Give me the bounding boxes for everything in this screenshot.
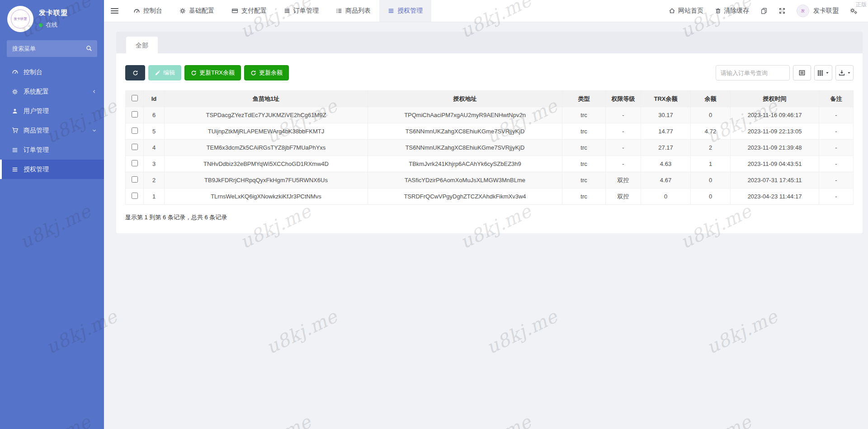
copy-page-button[interactable]: [755, 0, 773, 22]
corner-watermark: 正版: [856, 1, 867, 9]
cell-perm-level: -: [606, 140, 641, 156]
detail-icon: [799, 70, 805, 76]
topbar-right: 网站首页 清除缓存 发 发卡联盟: [663, 0, 868, 22]
cell-id: 3: [144, 156, 165, 172]
sidebar-item-label: 用户管理: [24, 107, 49, 115]
cell-perm-level: -: [606, 156, 641, 172]
col-perm-level: 权限等级: [606, 91, 641, 107]
sidebar-item[interactable]: 用户管理: [0, 101, 104, 121]
search-icon[interactable]: [86, 45, 92, 52]
select-all-checkbox[interactable]: [132, 95, 138, 101]
card-icon: [231, 8, 238, 14]
row-select-cell: [126, 172, 144, 189]
table-header-row: Id 鱼苗地1址 授权地址 类型 权限等级 TRX余额 余额 授权时间 备注: [126, 91, 854, 107]
row-checkbox[interactable]: [132, 176, 138, 183]
row-checkbox[interactable]: [132, 144, 138, 150]
topbar-tab[interactable]: 支付配置: [223, 0, 275, 22]
cell-type: trc: [562, 156, 606, 172]
sidebar-item-label: 控制台: [24, 68, 42, 76]
bars-icon: [284, 8, 290, 14]
topbar-tab-label: 支付配置: [241, 7, 267, 15]
table-row: 6 TSPDacgZYezTdEc7YJUKMZiVE2hCg61M9Z TPQ…: [126, 107, 854, 123]
site-home-link[interactable]: 网站首页: [663, 0, 709, 22]
row-checkbox[interactable]: [132, 111, 138, 118]
cell-auth-address: TPQmiChAaciPM7xgAU2myR9AENHwtNpv2n: [368, 107, 562, 123]
col-fry-address: 鱼苗地1址: [165, 91, 368, 107]
refresh-balance-button[interactable]: 更新余额: [244, 65, 289, 80]
brand-avatar[interactable]: 发卡联盟: [7, 6, 33, 32]
toolbar-right: [716, 65, 854, 80]
sidebar-item[interactable]: 控制台: [0, 62, 104, 82]
cell-fry-address: TLrnsWeLxKQ6igXNowkzkiKfJr3PCtNMvs: [165, 189, 368, 205]
panel-heading: 全部: [116, 32, 863, 53]
clear-cache-button[interactable]: 清除缓存: [709, 0, 755, 22]
sidebar-item[interactable]: 系统配置: [0, 82, 104, 101]
brand-title: 发卡联盟: [39, 9, 68, 17]
row-checkbox[interactable]: [132, 160, 138, 166]
order-search-input[interactable]: [716, 65, 790, 80]
col-auth-time: 授权时间: [731, 91, 819, 107]
col-balance: 余额: [691, 91, 731, 107]
topbar-tab[interactable]: 授权管理: [379, 0, 431, 22]
cell-balance: 2: [691, 140, 731, 156]
row-checkbox[interactable]: [132, 127, 138, 134]
cell-balance: 0: [691, 189, 731, 205]
topbar-tab[interactable]: 基础配置: [171, 0, 223, 22]
topbar-tab[interactable]: 订单管理: [275, 0, 327, 22]
sidebar-search: [7, 40, 97, 57]
tab-all[interactable]: 全部: [126, 37, 158, 53]
bars-icon: [388, 8, 394, 14]
user-menu[interactable]: 发 发卡联盟: [791, 0, 844, 22]
col-note: 备注: [819, 91, 854, 107]
gear-icon: [11, 89, 19, 95]
edit-button[interactable]: 编辑: [148, 65, 181, 80]
sidebar-item[interactable]: 授权管理: [0, 160, 104, 179]
detail-view-button[interactable]: [793, 65, 811, 80]
export-dropdown-button[interactable]: [835, 65, 854, 80]
cell-note: -: [819, 140, 854, 156]
order-search: [716, 65, 790, 80]
cell-id: 1: [144, 189, 165, 205]
col-auth-address: 授权地址: [368, 91, 562, 107]
topbar-tabs: 控制台 基础配置 支付配置 订单管理 商品列表: [125, 0, 431, 22]
panel: 全部 编辑 更新TRX余额 更新余额: [116, 32, 863, 233]
gauge-icon: [133, 8, 140, 14]
refresh-icon: [250, 70, 256, 76]
cell-fry-address: TEM6x3dcmZk5CAiRGsTYZ8jbF7MUaPhYxs: [165, 140, 368, 156]
caret-down-icon: [826, 71, 829, 75]
refresh-icon: [132, 70, 138, 76]
chevron-left-icon: [92, 89, 97, 94]
sidebar-item[interactable]: 商品管理: [0, 121, 104, 140]
gauge-icon: [11, 69, 19, 75]
refresh-button[interactable]: [125, 65, 145, 80]
table-row: 1 TLrnsWeLxKQ6igXNowkzkiKfJr3PCtNMvs TSR…: [126, 189, 854, 205]
main-content: 全部 编辑 更新TRX余额 更新余额: [104, 22, 868, 429]
columns-dropdown-button[interactable]: [814, 65, 832, 80]
panel-body: 编辑 更新TRX余额 更新余额: [116, 53, 863, 233]
cell-balance: 0: [691, 172, 731, 189]
sidebar-item-label: 订单管理: [24, 146, 49, 154]
sidebar-item[interactable]: 订单管理: [0, 140, 104, 160]
table-row: 4 TEM6x3dcmZk5CAiRGsTYZ8jbF7MUaPhYxs TS6…: [126, 140, 854, 156]
bars-icon: [11, 147, 19, 153]
cell-auth-address: TSRDFrQCwVPgyDghZTCZXAhdkFikmXv3w4: [368, 189, 562, 205]
chevron-down-icon: [92, 128, 97, 133]
cell-auth-time: 2023-11-09 22:13:05: [731, 123, 819, 140]
topbar-tab[interactable]: 控制台: [125, 0, 171, 22]
cell-id: 6: [144, 107, 165, 123]
fullscreen-button[interactable]: [773, 0, 791, 22]
cell-type: trc: [562, 107, 606, 123]
caret-down-icon: [847, 71, 851, 75]
cell-auth-time: 2023-11-09 21:39:48: [731, 140, 819, 156]
topbar-tab[interactable]: 商品列表: [327, 0, 379, 22]
menu-search-input[interactable]: [7, 40, 97, 57]
refresh-trx-balance-button[interactable]: 更新TRX余额: [184, 65, 241, 80]
row-checkbox[interactable]: [132, 193, 138, 199]
sidebar-item-label: 授权管理: [24, 165, 49, 174]
brand-logo-icon: 发卡联盟: [11, 9, 30, 28]
sidebar-item-label: 商品管理: [24, 127, 49, 135]
online-dot-icon: [39, 23, 43, 27]
row-select-cell: [126, 107, 144, 123]
sidebar-toggle-button[interactable]: [104, 0, 125, 22]
cell-trx-balance: 27.17: [641, 140, 691, 156]
